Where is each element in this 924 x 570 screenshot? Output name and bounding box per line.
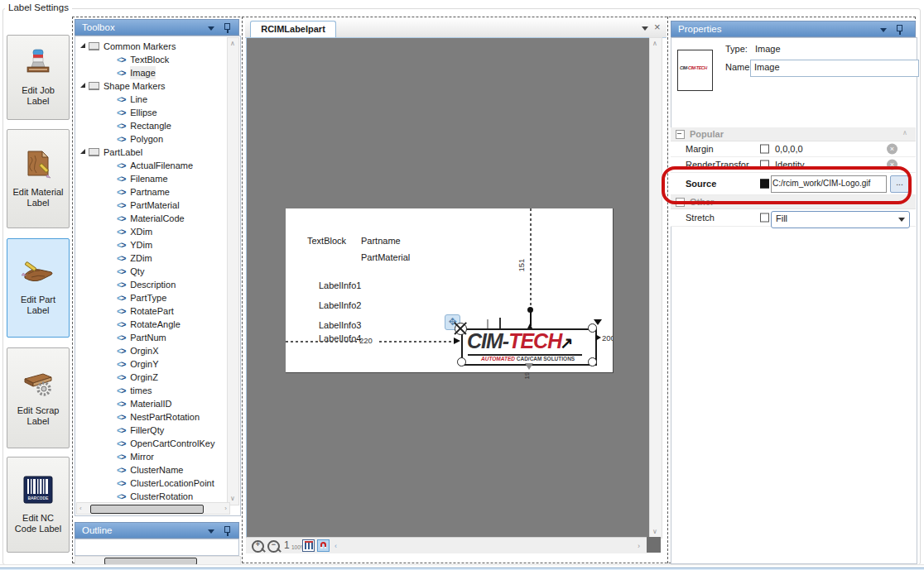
- label-marker-labelinfo3[interactable]: LabelInfo3: [319, 320, 361, 330]
- selection-handle-br[interactable]: [588, 357, 597, 366]
- tree-item-zdim[interactable]: <>ZDim: [75, 251, 224, 265]
- sidebar-button-nc[interactable]: BARCODEEdit NC Code Label: [7, 457, 70, 553]
- tree-expander-icon[interactable]: [80, 149, 85, 154]
- tree-item-fillerqty[interactable]: <>FillerQty: [75, 424, 224, 437]
- tree-item-partnum[interactable]: <>PartNum: [75, 331, 224, 344]
- stretch-dropdown[interactable]: Fill: [771, 211, 910, 228]
- tab-rcimlabelpart[interactable]: RCIMLabelpart: [250, 21, 336, 38]
- sidebar-button-part[interactable]: Edit Part Label: [7, 238, 70, 338]
- collapse-icon[interactable]: [676, 130, 685, 139]
- tree-item-times[interactable]: <>times: [75, 384, 224, 397]
- tree-item-actualfilename[interactable]: <>ActualFilename: [75, 159, 224, 172]
- magnet-snap-icon[interactable]: [317, 539, 330, 552]
- tree-item-materialid[interactable]: <>MaterialID: [75, 397, 224, 410]
- tree-expander-icon[interactable]: [80, 43, 85, 48]
- tree-item-partname[interactable]: <>Partname: [75, 185, 224, 199]
- tree-item-nestpartrotation[interactable]: <>NestPartRotation: [75, 410, 224, 424]
- property-checkbox[interactable]: [760, 180, 769, 189]
- scroll-left-icon[interactable]: ‹: [334, 542, 337, 550]
- tree-item-opencartcontrolkey[interactable]: <>OpenCartControlKey: [75, 437, 224, 450]
- tree-item-image[interactable]: <>Image: [75, 66, 224, 79]
- tab-close-icon[interactable]: ×: [654, 21, 661, 33]
- label-marker-labelinfo2[interactable]: LabelInfo2: [319, 300, 361, 310]
- tree-item-partlabel[interactable]: PartLabel: [75, 146, 224, 159]
- scroll-up-icon[interactable]: ∧: [230, 41, 235, 47]
- grid-scroll-up-icon[interactable]: ∧: [902, 129, 907, 137]
- tree-item-rotatepart[interactable]: <>RotatePart: [75, 304, 224, 318]
- tree-item-clustername[interactable]: <>ClusterName: [75, 463, 224, 477]
- zoom-in-icon[interactable]: +: [252, 540, 264, 553]
- outline-content[interactable]: [75, 539, 239, 556]
- outline-pin-icon[interactable]: [224, 526, 230, 536]
- tree-item-description[interactable]: <>Description: [75, 278, 224, 291]
- scroll-right-icon[interactable]: ›: [638, 542, 640, 550]
- properties-pin-icon[interactable]: [897, 25, 902, 35]
- tree-item-clusterlocationpoint[interactable]: <>ClusterLocationPoint: [75, 477, 224, 490]
- property-group-label: Other: [690, 197, 714, 207]
- tree-item-rectangle[interactable]: <>Rectangle: [75, 119, 224, 132]
- tree-item-shape-markers[interactable]: Shape Markers: [75, 79, 224, 93]
- label-marker-partmaterial[interactable]: PartMaterial: [361, 252, 410, 262]
- scroll-down-icon[interactable]: ∨: [652, 529, 657, 535]
- scroll-down-icon[interactable]: ∨: [230, 496, 235, 502]
- dock-splitter-right[interactable]: [667, 17, 668, 563]
- grid-snap-icon[interactable]: [302, 539, 315, 552]
- tree-vscrollbar[interactable]: ∧ ∨: [227, 37, 239, 505]
- tree-item-qty[interactable]: <>Qty: [75, 265, 224, 278]
- tree-item-label: OpenCartControlKey: [130, 437, 214, 450]
- tree-item-line[interactable]: <>Line: [75, 93, 224, 106]
- sidebar-button-job[interactable]: Edit Job Label: [7, 35, 70, 120]
- tree-item-filename[interactable]: <>Filename: [75, 172, 224, 185]
- tree-item-parttype[interactable]: <>PartType: [75, 291, 224, 304]
- label-marker-textblock[interactable]: TextBlock: [307, 236, 346, 246]
- tab-list-arrow-icon[interactable]: [642, 26, 648, 31]
- property-checkbox[interactable]: [760, 213, 769, 223]
- property-group-other[interactable]: Other: [671, 195, 916, 209]
- dock-splitter-left[interactable]: [242, 17, 243, 563]
- zoom-out-icon[interactable]: −: [267, 540, 280, 553]
- tree-item-common-markers[interactable]: Common Markers: [75, 40, 224, 53]
- tree-item-orginz[interactable]: <>OrginZ: [75, 371, 224, 384]
- tree-item-label: TextBlock: [130, 53, 169, 66]
- name-input[interactable]: Image: [750, 60, 919, 77]
- browse-button[interactable]: ...: [890, 175, 909, 193]
- tree-item-xdim[interactable]: <>XDim: [75, 225, 224, 238]
- tree-item-ydim[interactable]: <>YDim: [75, 238, 224, 251]
- tree-item-polygon[interactable]: <>Polygon: [75, 132, 224, 146]
- sidebar-button-material[interactable]: Edit Material Label: [7, 129, 70, 228]
- label-marker-partname[interactable]: Partname: [361, 236, 401, 246]
- scroll-left-icon[interactable]: ‹: [79, 505, 82, 512]
- selection-handle-bl[interactable]: [457, 357, 466, 366]
- property-checkbox[interactable]: [760, 145, 769, 154]
- outline-menu-arrow-icon[interactable]: [208, 529, 214, 534]
- tree-item-materialcode[interactable]: <>MaterialCode: [75, 212, 224, 225]
- clear-value-icon[interactable]: ×: [887, 160, 898, 170]
- selection-handle-rotate[interactable]: [455, 323, 467, 335]
- outline-title: Outline: [82, 525, 112, 535]
- toolbox-pin-icon[interactable]: [224, 23, 230, 33]
- tree-hscrollbar[interactable]: ‹ ›: [76, 502, 230, 515]
- selected-image-logo[interactable]: CIM-TECH↗ AUTOMATED CAD/CAM SOLUTIONS: [461, 328, 597, 366]
- canvas-vscrollbar[interactable]: ∧ ∨: [649, 37, 662, 539]
- source-path-input[interactable]: C:/rcim_work/CIM-Logo.gif: [771, 175, 887, 193]
- label-marker-labelinfo1[interactable]: LabelInfo1: [319, 280, 361, 290]
- scroll-right-icon[interactable]: ›: [224, 505, 227, 512]
- properties-menu-arrow-icon[interactable]: [880, 28, 887, 32]
- property-group-popular[interactable]: Popular: [671, 127, 916, 141]
- collapse-icon[interactable]: [676, 198, 685, 207]
- tree-item-partmaterial[interactable]: <>PartMaterial: [75, 199, 224, 212]
- toolbox-menu-arrow-icon[interactable]: [208, 26, 214, 31]
- tree-item-mirror[interactable]: <>Mirror: [75, 450, 224, 463]
- property-checkbox[interactable]: [760, 160, 769, 170]
- tree-item-orginx[interactable]: <>OrginX: [75, 344, 224, 357]
- tree-item-clusterrotation[interactable]: <>ClusterRotation: [75, 490, 224, 503]
- tree-expander-icon[interactable]: [80, 83, 85, 88]
- scroll-thumb[interactable]: [90, 505, 204, 514]
- tree-item-ellipse[interactable]: <>Ellipse: [75, 106, 224, 119]
- clear-value-icon[interactable]: ×: [887, 144, 898, 155]
- tree-item-orginy[interactable]: <>OrginY: [75, 357, 224, 371]
- sidebar-button-scrap[interactable]: Edit Scrap Label: [7, 347, 70, 448]
- tree-item-textblock[interactable]: <>TextBlock: [75, 53, 224, 66]
- tree-item-rotateangle[interactable]: <>RotateAngle: [75, 318, 224, 331]
- scroll-up-icon[interactable]: ∧: [652, 41, 657, 47]
